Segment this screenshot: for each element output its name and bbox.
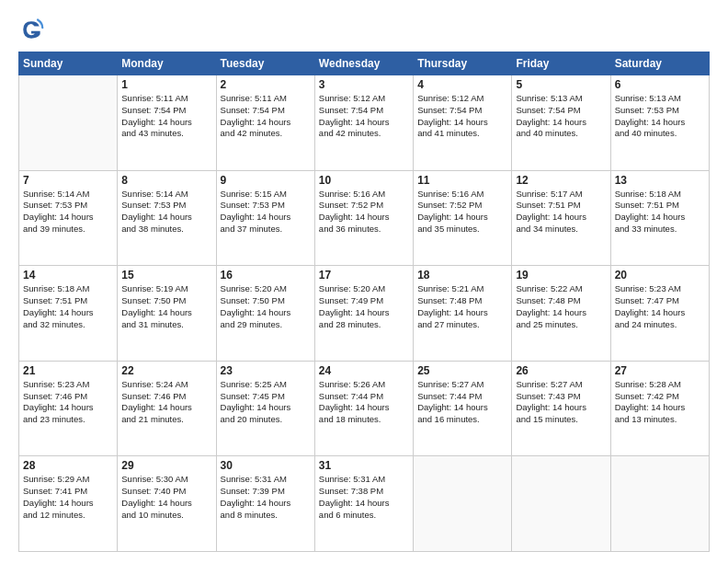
day-info: Sunrise: 5:13 AM Sunset: 7:54 PM Dayligh… (516, 93, 606, 140)
day-number: 3 (319, 78, 409, 91)
day-info: Sunrise: 5:11 AM Sunset: 7:54 PM Dayligh… (121, 93, 211, 140)
calendar-cell: 3Sunrise: 5:12 AM Sunset: 7:54 PM Daylig… (314, 75, 413, 171)
day-info: Sunrise: 5:19 AM Sunset: 7:50 PM Dayligh… (121, 283, 211, 330)
calendar-week-row: 1Sunrise: 5:11 AM Sunset: 7:54 PM Daylig… (19, 75, 710, 171)
day-info: Sunrise: 5:12 AM Sunset: 7:54 PM Dayligh… (319, 93, 409, 140)
day-number: 2 (221, 78, 311, 91)
calendar-cell: 18Sunrise: 5:21 AM Sunset: 7:48 PM Dayli… (414, 266, 512, 362)
calendar-cell: 8Sunrise: 5:14 AM Sunset: 7:53 PM Daylig… (118, 170, 216, 266)
calendar-cell: 23Sunrise: 5:25 AM Sunset: 7:45 PM Dayli… (216, 361, 314, 456)
day-number: 1 (121, 78, 211, 91)
calendar-week-row: 14Sunrise: 5:18 AM Sunset: 7:51 PM Dayli… (19, 266, 710, 362)
day-info: Sunrise: 5:11 AM Sunset: 7:54 PM Dayligh… (221, 93, 311, 140)
day-info: Sunrise: 5:31 AM Sunset: 7:38 PM Dayligh… (319, 474, 409, 521)
day-number: 29 (121, 459, 211, 472)
calendar-cell: 16Sunrise: 5:20 AM Sunset: 7:50 PM Dayli… (216, 266, 314, 362)
day-info: Sunrise: 5:21 AM Sunset: 7:48 PM Dayligh… (417, 283, 507, 330)
calendar-cell: 11Sunrise: 5:16 AM Sunset: 7:52 PM Dayli… (414, 170, 512, 266)
calendar-week-row: 21Sunrise: 5:23 AM Sunset: 7:46 PM Dayli… (19, 361, 710, 456)
day-number: 12 (516, 174, 606, 187)
day-info: Sunrise: 5:31 AM Sunset: 7:39 PM Dayligh… (221, 474, 311, 521)
calendar-cell: 14Sunrise: 5:18 AM Sunset: 7:51 PM Dayli… (19, 266, 118, 362)
day-number: 8 (121, 174, 211, 187)
day-number: 18 (417, 269, 507, 282)
calendar-cell: 19Sunrise: 5:22 AM Sunset: 7:48 PM Dayli… (512, 266, 610, 362)
day-number: 10 (319, 174, 409, 187)
day-info: Sunrise: 5:28 AM Sunset: 7:42 PM Dayligh… (615, 379, 705, 426)
day-number: 25 (417, 364, 507, 377)
day-number: 19 (516, 269, 606, 282)
day-number: 4 (417, 78, 507, 91)
day-info: Sunrise: 5:30 AM Sunset: 7:40 PM Dayligh… (121, 474, 211, 521)
calendar-cell (414, 456, 512, 552)
calendar-cell: 22Sunrise: 5:24 AM Sunset: 7:46 PM Dayli… (118, 361, 216, 456)
day-number: 28 (23, 459, 113, 472)
calendar-week-row: 7Sunrise: 5:14 AM Sunset: 7:53 PM Daylig… (19, 170, 710, 266)
day-info: Sunrise: 5:18 AM Sunset: 7:51 PM Dayligh… (23, 283, 113, 330)
calendar-cell: 7Sunrise: 5:14 AM Sunset: 7:53 PM Daylig… (19, 170, 118, 266)
day-info: Sunrise: 5:23 AM Sunset: 7:47 PM Dayligh… (615, 283, 705, 330)
day-number: 7 (23, 174, 113, 187)
calendar-header-friday: Friday (512, 52, 610, 75)
calendar-table: SundayMondayTuesdayWednesdayThursdayFrid… (18, 52, 710, 552)
logo (18, 17, 48, 42)
day-info: Sunrise: 5:16 AM Sunset: 7:52 PM Dayligh… (319, 189, 409, 236)
calendar-cell: 27Sunrise: 5:28 AM Sunset: 7:42 PM Dayli… (610, 361, 709, 456)
day-number: 17 (319, 269, 409, 282)
day-number: 9 (221, 174, 311, 187)
day-info: Sunrise: 5:14 AM Sunset: 7:53 PM Dayligh… (121, 189, 211, 236)
day-info: Sunrise: 5:26 AM Sunset: 7:44 PM Dayligh… (319, 379, 409, 426)
calendar-cell: 30Sunrise: 5:31 AM Sunset: 7:39 PM Dayli… (216, 456, 314, 552)
calendar-week-row: 28Sunrise: 5:29 AM Sunset: 7:41 PM Dayli… (19, 456, 710, 552)
calendar-cell: 20Sunrise: 5:23 AM Sunset: 7:47 PM Dayli… (610, 266, 709, 362)
day-info: Sunrise: 5:17 AM Sunset: 7:51 PM Dayligh… (516, 189, 606, 236)
day-number: 20 (615, 269, 705, 282)
day-info: Sunrise: 5:20 AM Sunset: 7:49 PM Dayligh… (319, 283, 409, 330)
calendar-cell: 17Sunrise: 5:20 AM Sunset: 7:49 PM Dayli… (314, 266, 413, 362)
day-info: Sunrise: 5:18 AM Sunset: 7:51 PM Dayligh… (615, 189, 705, 236)
header (18, 17, 710, 42)
calendar-cell (610, 456, 709, 552)
day-info: Sunrise: 5:22 AM Sunset: 7:48 PM Dayligh… (516, 283, 606, 330)
day-info: Sunrise: 5:13 AM Sunset: 7:53 PM Dayligh… (615, 93, 705, 140)
day-info: Sunrise: 5:15 AM Sunset: 7:53 PM Dayligh… (221, 189, 311, 236)
day-number: 13 (615, 174, 705, 187)
calendar-cell: 31Sunrise: 5:31 AM Sunset: 7:38 PM Dayli… (314, 456, 413, 552)
calendar-cell (19, 75, 118, 171)
calendar-header-monday: Monday (118, 52, 216, 75)
day-number: 15 (121, 269, 211, 282)
svg-rect-0 (18, 17, 44, 42)
day-number: 11 (417, 174, 507, 187)
calendar-header-row: SundayMondayTuesdayWednesdayThursdayFrid… (19, 52, 710, 75)
day-number: 6 (615, 78, 705, 91)
calendar-cell: 28Sunrise: 5:29 AM Sunset: 7:41 PM Dayli… (19, 456, 118, 552)
day-number: 21 (23, 364, 113, 377)
day-number: 26 (516, 364, 606, 377)
calendar-cell: 25Sunrise: 5:27 AM Sunset: 7:44 PM Dayli… (414, 361, 512, 456)
calendar-cell: 1Sunrise: 5:11 AM Sunset: 7:54 PM Daylig… (118, 75, 216, 171)
day-number: 14 (23, 269, 113, 282)
day-number: 24 (319, 364, 409, 377)
day-number: 16 (221, 269, 311, 282)
calendar-header-saturday: Saturday (610, 52, 709, 75)
day-info: Sunrise: 5:16 AM Sunset: 7:52 PM Dayligh… (417, 189, 507, 236)
day-number: 5 (516, 78, 606, 91)
day-info: Sunrise: 5:29 AM Sunset: 7:41 PM Dayligh… (23, 474, 113, 521)
day-number: 27 (615, 364, 705, 377)
day-number: 30 (221, 459, 311, 472)
calendar-cell: 9Sunrise: 5:15 AM Sunset: 7:53 PM Daylig… (216, 170, 314, 266)
day-info: Sunrise: 5:12 AM Sunset: 7:54 PM Dayligh… (417, 93, 507, 140)
calendar-cell: 13Sunrise: 5:18 AM Sunset: 7:51 PM Dayli… (610, 170, 709, 266)
calendar-header-thursday: Thursday (414, 52, 512, 75)
calendar-cell: 15Sunrise: 5:19 AM Sunset: 7:50 PM Dayli… (118, 266, 216, 362)
day-info: Sunrise: 5:27 AM Sunset: 7:43 PM Dayligh… (516, 379, 606, 426)
day-info: Sunrise: 5:25 AM Sunset: 7:45 PM Dayligh… (221, 379, 311, 426)
calendar-cell: 10Sunrise: 5:16 AM Sunset: 7:52 PM Dayli… (314, 170, 413, 266)
calendar-header-sunday: Sunday (19, 52, 118, 75)
calendar-header-wednesday: Wednesday (314, 52, 413, 75)
day-info: Sunrise: 5:23 AM Sunset: 7:46 PM Dayligh… (23, 379, 113, 426)
day-info: Sunrise: 5:14 AM Sunset: 7:53 PM Dayligh… (23, 189, 113, 236)
page: SundayMondayTuesdayWednesdayThursdayFrid… (0, 0, 728, 563)
day-info: Sunrise: 5:20 AM Sunset: 7:50 PM Dayligh… (221, 283, 311, 330)
calendar-cell: 12Sunrise: 5:17 AM Sunset: 7:51 PM Dayli… (512, 170, 610, 266)
